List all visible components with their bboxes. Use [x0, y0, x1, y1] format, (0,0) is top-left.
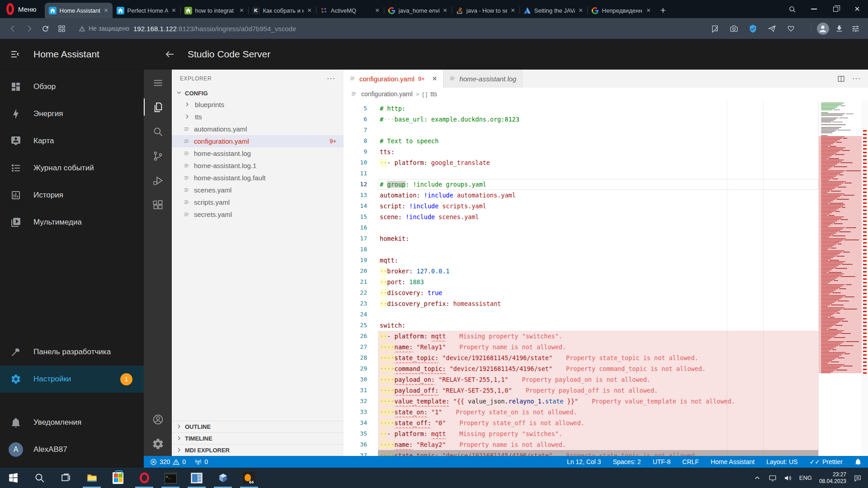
taskbar-virtualbox-button[interactable]: [210, 468, 236, 488]
taskbar-store-button[interactable]: [105, 468, 131, 488]
site-security-chip[interactable]: Не защищено: [79, 25, 129, 32]
split-editor-icon[interactable]: [837, 75, 845, 83]
taskbar-terminal-button[interactable]: >_: [157, 468, 184, 488]
sidebar-item-history[interactable]: История: [0, 182, 144, 209]
activitybar-extensions-button[interactable]: [144, 192, 172, 217]
share-button[interactable]: [764, 21, 780, 36]
new-tab-button[interactable]: +: [655, 3, 671, 18]
activitybar-menu-button[interactable]: [144, 70, 172, 95]
tree-file-scripts.yaml[interactable]: scripts.yaml: [172, 196, 344, 208]
close-tab-icon[interactable]: ✕: [375, 7, 379, 14]
maximize-button[interactable]: [825, 0, 846, 18]
close-tab-icon[interactable]: ✕: [239, 7, 244, 14]
taskbar-start-button[interactable]: [0, 468, 26, 488]
editor-tab-home-assistant.log[interactable]: home-assistant.log: [443, 70, 523, 88]
editor-tab-configuration.yaml[interactable]: configuration.yaml9+✕: [344, 70, 443, 88]
sidebar-item-user[interactable]: AAlexAB87: [0, 436, 144, 463]
panel-mdi-explorer[interactable]: MDI EXPLORER: [172, 444, 344, 456]
opera-menu-button[interactable]: Меню: [0, 0, 45, 18]
close-tab-icon[interactable]: ✕: [432, 75, 438, 82]
explorer-section-config[interactable]: CONFIG: [172, 88, 344, 99]
keyboard-language[interactable]: ENG: [799, 474, 812, 481]
sidebar-toggle-icon[interactable]: [10, 49, 21, 60]
ports-indicator[interactable]: 0: [195, 458, 208, 465]
tree-file-home-assistant.log.fault[interactable]: home-assistant.log.fault: [172, 172, 344, 184]
favorites-button[interactable]: [783, 21, 799, 36]
taskbar-search-button[interactable]: [26, 468, 52, 488]
panel-timeline[interactable]: TIMELINE: [172, 432, 344, 444]
close-tab-icon[interactable]: ✕: [171, 7, 176, 14]
taskbar-winapp-button[interactable]: [184, 468, 210, 488]
tab-search-button[interactable]: [781, 0, 803, 18]
close-tab-icon[interactable]: ✕: [443, 7, 447, 14]
back-button[interactable]: [5, 21, 21, 36]
panel-outline[interactable]: OUTLINE: [172, 421, 344, 432]
back-arrow-icon[interactable]: [165, 49, 175, 60]
close-tab-icon[interactable]: ✕: [104, 7, 108, 14]
display-icon[interactable]: [769, 474, 777, 482]
snapshot-button[interactable]: [726, 21, 742, 36]
browser-tab[interactable]: Непредвиденн✕: [587, 3, 655, 18]
tree-file-home-assistant.log.1[interactable]: home-assistant.log.1: [172, 160, 344, 172]
taskbar-penguin64-button[interactable]: 64: [236, 468, 262, 488]
sidebar-item-dashboard[interactable]: Обзор: [0, 73, 144, 100]
breadcrumb[interactable]: configuration.yaml > [ ] tts: [344, 88, 868, 100]
reload-button[interactable]: [37, 21, 53, 36]
taskbar-explorer-button[interactable]: [79, 468, 105, 488]
downloads-button[interactable]: [831, 21, 847, 36]
status-ln-12-col-3[interactable]: Ln 12, Col 3: [567, 458, 601, 465]
explorer-more-icon[interactable]: ···: [327, 75, 335, 83]
status-crlf[interactable]: CRLF: [682, 458, 699, 465]
status-spaces-2[interactable]: Spaces: 2: [613, 458, 641, 465]
sidebar-item-notifications[interactable]: Уведомления: [0, 409, 144, 436]
minimap[interactable]: [818, 100, 862, 456]
sidebar-item-cog[interactable]: Настройки1: [0, 366, 144, 393]
activitybar-run-debug-button[interactable]: [144, 168, 172, 192]
easy-setup-button[interactable]: [847, 21, 863, 36]
tree-file-secrets.yaml[interactable]: secrets.yaml: [172, 208, 344, 221]
browser-tab[interactable]: how to integrat✕: [180, 3, 248, 18]
status-home-assistant[interactable]: Home Assistant: [711, 458, 755, 465]
activitybar-search-button[interactable]: [144, 119, 172, 144]
tree-file-automations.yaml[interactable]: automations.yaml: [172, 123, 344, 135]
status-utf-8[interactable]: UTF-8: [653, 458, 671, 465]
taskbar-taskview-button[interactable]: [52, 468, 79, 488]
status-prettier[interactable]: ✓✓Prettier: [809, 458, 843, 465]
browser-tab[interactable]: Home Assistant✕: [45, 3, 113, 18]
workspaces-button[interactable]: [53, 21, 70, 36]
speaker-icon[interactable]: [784, 474, 792, 482]
close-tab-icon[interactable]: ✕: [307, 7, 311, 14]
activitybar-account-button[interactable]: [144, 407, 172, 432]
tree-file-home-assistant.log[interactable]: home-assistant.log: [172, 147, 344, 160]
activitybar-manage-gear-button[interactable]: [144, 432, 172, 456]
browser-tab[interactable]: Setting the JAVA✕: [519, 3, 587, 18]
sidebar-item-logbook[interactable]: Журнал событий: [0, 155, 144, 182]
tree-folder-blueprints[interactable]: blueprints: [172, 99, 344, 111]
close-tab-icon[interactable]: ✕: [510, 7, 515, 14]
protection-button[interactable]: [745, 21, 761, 36]
forward-button[interactable]: [21, 21, 37, 36]
problems-indicator[interactable]: 3200: [150, 458, 186, 465]
close-button[interactable]: ✕: [846, 0, 868, 18]
browser-tab[interactable]: java - How to se✕: [452, 3, 519, 18]
sidebar-item-hammer[interactable]: Панель разработчика: [0, 338, 144, 366]
browser-tab[interactable]: KКак собрать и н✕: [248, 3, 316, 18]
action-center-icon[interactable]: [854, 474, 862, 482]
tree-folder-tts[interactable]: tts: [172, 111, 344, 123]
browser-tab[interactable]: java_home envi✕: [384, 3, 452, 18]
horizontal-scrollbar[interactable]: [378, 450, 818, 456]
address-bar[interactable]: Не защищено 192.168.1.122:8123/hassio/in…: [73, 21, 804, 36]
taskbar-opera-button[interactable]: [131, 468, 157, 488]
code-editor[interactable]: 5# http:6#···base_url: example.duckdns.o…: [344, 100, 868, 456]
sidebar-item-energy[interactable]: Энергия: [0, 100, 144, 127]
browser-tab[interactable]: Perfect Home A✕: [113, 3, 180, 18]
tray-expand-icon[interactable]: [753, 474, 761, 482]
sidebar-item-media[interactable]: Мультимедиа: [0, 209, 144, 236]
notifications-bell-button[interactable]: [854, 458, 862, 465]
activitybar-source-control-button[interactable]: [144, 144, 172, 168]
close-tab-icon[interactable]: ✕: [646, 7, 651, 14]
tree-file-scenes.yaml[interactable]: scenes.yaml: [172, 184, 344, 196]
tree-file-configuration.yaml[interactable]: configuration.yaml9+: [172, 135, 344, 147]
clock[interactable]: 23:27 08.04.2023: [819, 471, 846, 485]
my-flow-button[interactable]: [707, 21, 723, 36]
